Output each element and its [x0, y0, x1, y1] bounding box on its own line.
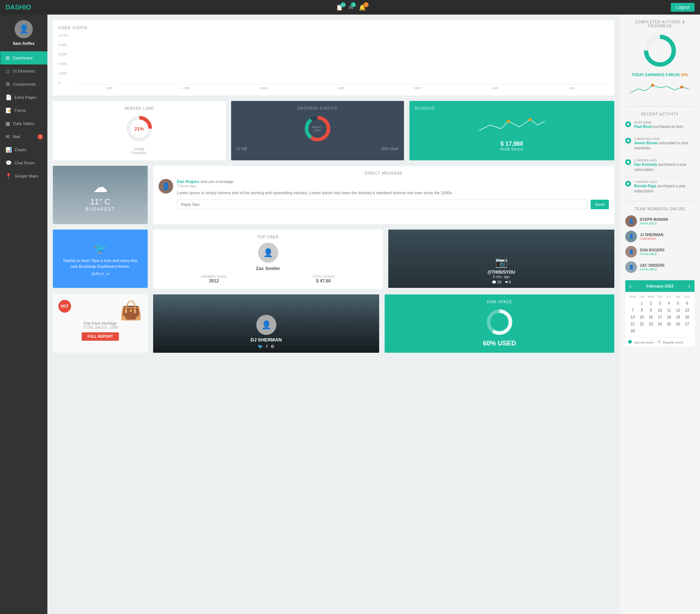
- cal-date[interactable]: 15: [637, 314, 646, 321]
- calendar-header: ‹ February 2022 ›: [625, 280, 695, 292]
- sidebar-item-forms[interactable]: 📝 Forms: [0, 104, 47, 117]
- logout-button[interactable]: Logout: [671, 3, 695, 12]
- cal-date[interactable]: 19: [673, 314, 682, 321]
- tasks-nav-icon[interactable]: 📋 14: [336, 4, 343, 11]
- sidebar-item-google-maps[interactable]: 📍 Google Maps: [0, 169, 47, 183]
- activity-text: Paul Bond purchased an item.: [634, 124, 684, 129]
- cal-date[interactable]: 9: [646, 307, 656, 314]
- calendar-dates: 1 2 3 4 5 6 7 8 9 10 11 12 13 14 15 16 1: [628, 300, 692, 335]
- svg-point-5: [507, 120, 510, 123]
- calendar-prev[interactable]: ‹: [630, 283, 631, 289]
- cal-date-empty: [637, 328, 646, 335]
- dj-settings-icon[interactable]: ⚙: [271, 344, 275, 349]
- cal-date[interactable]: 1: [637, 300, 646, 307]
- messages-nav-icon[interactable]: ✉ 3: [349, 4, 353, 11]
- revenue-label: Month Income: [415, 147, 609, 151]
- sidebar-item-label: Forms: [15, 108, 26, 113]
- cal-date[interactable]: 24: [656, 321, 665, 328]
- cal-date[interactable]: 28: [628, 328, 637, 335]
- likes-count: 💬 18: [492, 280, 501, 284]
- sidebar-item-label: Chat Room: [15, 161, 35, 165]
- activity-link[interactable]: Brenda Page: [634, 184, 656, 188]
- cal-date[interactable]: 18: [664, 314, 673, 321]
- activity-text: Dan Kennedy purchased a year subscriptio…: [634, 162, 695, 172]
- dm-reply: Send: [177, 200, 609, 209]
- team-avatar: 👤: [625, 246, 637, 258]
- member-since-value: 2012: [209, 278, 219, 283]
- sidebar-item-dashboard[interactable]: ⊞ Dashboard: [0, 51, 47, 64]
- fourth-row: HOT 👜 Flat Pack Heritage TOTAL SALES : 1…: [53, 294, 614, 353]
- cal-date[interactable]: 16: [646, 314, 656, 321]
- cal-day: Sat: [673, 295, 682, 298]
- sidebar-item-label: Data Tables: [13, 121, 34, 126]
- calendar-next[interactable]: ›: [688, 283, 690, 289]
- cal-date[interactable]: 11: [664, 307, 673, 314]
- dj-twitter-icon[interactable]: 🐦: [258, 344, 263, 349]
- earnings-line-chart: [625, 80, 695, 98]
- twitter-handle: @Alvrz_is: [91, 271, 109, 276]
- cal-date[interactable]: 26: [673, 321, 682, 328]
- reply-input[interactable]: [177, 200, 588, 209]
- cal-day: Mon: [628, 295, 637, 298]
- cal-date[interactable]: 10: [656, 307, 665, 314]
- sidebar-item-extra-pages[interactable]: 📄 Extra Pages: [0, 91, 47, 104]
- cal-date[interactable]: 2: [646, 300, 656, 307]
- cal-date[interactable]: 6: [682, 300, 692, 307]
- recent-activity-section: RECENT ACTIVITY JUST NOW Paul Bond purch…: [625, 112, 695, 194]
- send-button[interactable]: Send: [591, 200, 609, 209]
- progress-donut: [625, 32, 695, 70]
- data-tables-icon: ▦: [5, 121, 10, 126]
- cal-date[interactable]: 20: [682, 314, 692, 321]
- activity-time: JUST NOW: [634, 121, 684, 124]
- dm-avatar: 👤: [159, 179, 173, 193]
- dj-name: DJ SHERMAN: [250, 337, 282, 343]
- team-avatar: 👤: [625, 231, 637, 242]
- svg-point-13: [630, 91, 632, 94]
- notifications-nav-icon[interactable]: 🔔 7: [359, 4, 366, 11]
- disk-donut: [485, 308, 514, 337]
- weather-icon: ☁: [86, 179, 115, 195]
- calendar-days-header: Mon Tue Wed Thu Fri Sat Sun: [628, 295, 692, 298]
- cal-date[interactable]: 14: [628, 314, 637, 321]
- svg-point-6: [529, 118, 532, 121]
- sidebar-item-ui-elements[interactable]: ◻ UI Elements: [0, 64, 47, 78]
- weather-city: BUDAPEST: [86, 207, 115, 212]
- hearts-count: ❤ 9: [505, 280, 511, 284]
- y-label: 6,000: [58, 52, 69, 56]
- cal-date[interactable]: 22: [637, 321, 646, 328]
- instagram-handle: @THISISYOU: [487, 270, 515, 275]
- activity-link[interactable]: Dan Kennedy: [634, 163, 657, 167]
- sidebar-item-data-tables[interactable]: ▦ Data Tables: [0, 117, 47, 130]
- cal-date[interactable]: 5: [673, 300, 682, 307]
- activity-dot: [625, 159, 631, 165]
- svg-point-11: [651, 84, 654, 87]
- cal-date[interactable]: 13: [682, 307, 692, 314]
- member-since-label: MEMBER SINCE: [201, 275, 227, 278]
- server-load-card: SERVER LOAD 21% Usage Increase:: [53, 101, 226, 160]
- cal-date[interactable]: 7: [628, 307, 637, 314]
- cal-date[interactable]: 12: [673, 307, 682, 314]
- dj-facebook-icon[interactable]: f: [266, 344, 267, 349]
- sidebar-item-chat-room[interactable]: 💬 Chat Room: [0, 156, 47, 169]
- cal-date[interactable]: 25: [664, 321, 673, 328]
- forms-icon: 📝: [5, 107, 12, 113]
- logo-dash: DASH: [5, 4, 24, 11]
- dropbox-card: DROPBOX STATICS April 17, 2014 17 GB 60%…: [231, 101, 404, 160]
- product-image: 👜: [120, 300, 142, 321]
- sidebar-item-charts[interactable]: 📊 Charts: [0, 143, 47, 156]
- sidebar-item-components[interactable]: ⚙ Components: [0, 78, 47, 91]
- cal-date[interactable]: 21: [628, 321, 637, 328]
- mail-icon: ✉: [5, 134, 10, 140]
- cal-date[interactable]: 27: [682, 321, 692, 328]
- dj-sherman-card: 👤 DJ SHERMAN 🐦 f ⚙: [153, 294, 379, 353]
- cal-date[interactable]: 3: [656, 300, 665, 307]
- cal-date[interactable]: 23: [646, 321, 656, 328]
- cal-date[interactable]: 4: [664, 300, 673, 307]
- full-report-button[interactable]: FULL REPORT: [82, 332, 119, 341]
- activity-link[interactable]: Paul Bond: [634, 125, 652, 129]
- cal-date[interactable]: 17: [656, 314, 665, 321]
- dropbox-title: DROPBOX STATICS: [237, 106, 398, 110]
- cal-date[interactable]: 8: [637, 307, 646, 314]
- activity-link[interactable]: James Brown: [634, 141, 658, 145]
- sidebar-item-mail[interactable]: ✉ Mail 2: [0, 130, 47, 143]
